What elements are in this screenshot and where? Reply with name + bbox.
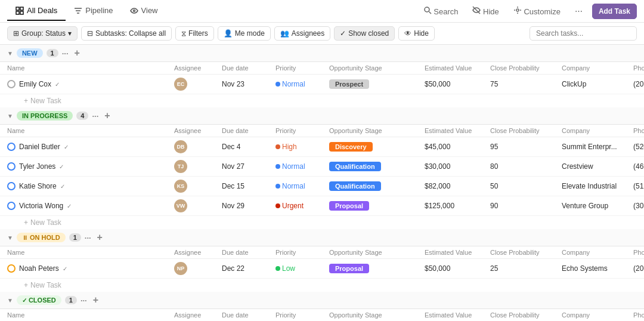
filters-btn[interactable]: ⧖ Filters [175,26,214,41]
col-header-company: Company [562,64,633,72]
group-chevron-in-progress[interactable]: ▼ [7,113,13,119]
estimated-value-cell: $82,000 [425,182,490,190]
group-add-new[interactable]: + [75,48,80,58]
new-task-label: New Task [30,218,61,227]
group-chevron-new[interactable]: ▼ [7,50,13,57]
due-date-cell: Nov 27 [222,162,275,171]
customize-button[interactable]: Customize [509,3,565,19]
priority-cell: High [275,143,329,151]
phone-cell: (201) 555-1234 [633,80,644,88]
task-status-circle[interactable] [7,182,16,190]
group-add-on-hold[interactable]: + [97,233,103,242]
estimated-value-cell: $125,000 [425,202,490,210]
task-name[interactable]: Tyler Jones [19,162,55,171]
task-status-circle[interactable] [7,264,16,273]
hide-small-icon: 👁 [404,29,411,38]
group-more-closed[interactable]: ··· [80,296,87,305]
col-header-opportunity-stage: Opportunity Stage [329,127,425,134]
phone-cell: (206) 555-0133 [633,264,644,273]
stage-cell: Qualification [329,162,425,171]
estimated-value-cell: $50,000 [425,264,490,273]
search-tasks-input[interactable] [530,26,637,41]
verify-icon: ✓ [59,163,64,170]
due-date-cell: Dec 15 [222,182,275,190]
group-more-on-hold[interactable]: ··· [85,233,91,242]
col-header-company: Company [562,127,633,134]
subtasks-btn[interactable]: ⊟ Subtasks: Collapse all [81,26,172,41]
col-header-due-date: Due date [222,311,275,319]
table-row: Daniel Butler ✓ DB Dec 4 High Discovery … [0,137,644,157]
group-add-closed[interactable]: + [93,295,98,305]
avatar: DB [174,140,187,153]
name-cell: Noah Peters ✓ [7,264,174,273]
dots-icon[interactable]: ⋯ [570,4,587,18]
new-task-row-in-progress[interactable]: + New Task [0,216,644,229]
customize-icon [513,6,522,14]
due-date-cell: Nov 29 [222,202,275,210]
priority-cell: Normal [275,182,329,190]
group-count-in-progress: 4 [76,112,88,120]
group-chevron-on-hold[interactable]: ▼ [7,234,13,241]
group-more-new[interactable]: ··· [62,49,69,58]
col-header-due-date: Due date [222,64,275,72]
add-task-button[interactable]: Add Task [592,4,637,19]
stage-pill: Prospect [329,79,369,89]
stage-cell: Qualification [329,181,425,191]
assignee-cell: TJ [174,160,222,173]
tab-pipeline[interactable]: Pipeline [66,1,121,21]
assignee-cell: VW [174,199,222,212]
svg-point-4 [133,10,135,11]
hide-button[interactable]: Hide [467,3,503,19]
priority-dot [275,164,280,169]
hide-btn[interactable]: 👁 Hide [398,26,435,41]
content-area: ▼ NEW 1 ··· + NameAssigneeDue datePriori… [0,45,644,320]
show-closed-btn[interactable]: ✓ Show closed [334,26,395,41]
priority-dot [275,82,280,87]
tab-view[interactable]: View [122,1,166,21]
estimated-value-cell: $30,000 [425,162,490,171]
tab-all-deals[interactable]: All Deals [7,1,66,21]
col-header-close-probability: Close Probability [490,311,562,319]
col-header-phone: Phone [633,249,644,256]
verify-icon: ✓ [60,183,65,190]
toolbar: ⊞ Group: Status ▾ ⊟ Subtasks: Collapse a… [0,23,644,45]
task-status-circle[interactable] [7,80,16,88]
nav-right: Search Hide Customize ⋯ Add Task [419,3,637,19]
hide-icon [472,6,481,14]
new-task-row-on-hold[interactable]: + New Task [0,279,644,292]
search-button[interactable]: Search [419,3,463,19]
assignee-cell: NP [174,262,222,275]
task-name[interactable]: Emily Cox [19,80,51,88]
me-mode-btn[interactable]: 👤 Me mode [218,26,271,41]
phone-cell: (469) 890-1234 [633,162,644,171]
task-name[interactable]: Noah Peters [19,264,59,273]
group-more-in-progress[interactable]: ··· [92,112,98,121]
col-header-priority: Priority [275,249,329,256]
group-add-in-progress[interactable]: + [104,111,110,121]
task-name[interactable]: Katie Shore [19,182,57,190]
task-name[interactable]: Daniel Butler [19,143,60,151]
priority-cell: Normal [275,80,329,88]
col-header-close-probability: Close Probability [490,64,562,72]
task-status-circle[interactable] [7,202,16,210]
assignees-btn[interactable]: 👥 Assignees [274,26,330,41]
table-row: Noah Peters ✓ NP Dec 22 Low Proposal $50… [0,259,644,279]
task-status-circle[interactable] [7,162,16,171]
avatar: EC [174,78,187,91]
task-name[interactable]: Victoria Wong [19,202,63,210]
new-task-row-new[interactable]: + New Task [0,94,644,107]
col-header-phone: Phone [633,64,644,72]
task-status-circle[interactable] [7,143,16,151]
group-header-on-hold: ▼ ⏸ON HOLD 1 ··· + [0,229,644,246]
stage-pill: Discovery [329,142,373,152]
assignee-cell: DB [174,140,222,153]
col-header-name: Name [7,249,174,256]
plus-icon: + [24,97,28,105]
avatar: VW [174,199,187,212]
group-count-closed: 1 [65,296,77,304]
group-status-btn[interactable]: ⊞ Group: Status ▾ [7,26,78,41]
status-badge-new: NEW [17,48,43,58]
group-chevron-closed[interactable]: ▼ [7,297,13,304]
close-probability-cell: 95 [490,143,562,151]
verify-icon: ✓ [55,81,60,88]
